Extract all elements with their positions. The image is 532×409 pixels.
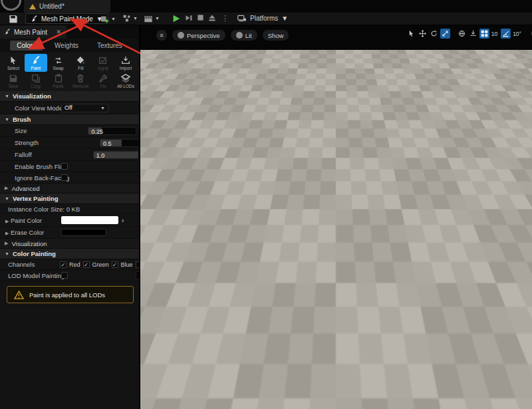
tool-copy-button[interactable]: Copy (25, 72, 47, 90)
section-visualization[interactable]: ▼ Visualization (0, 91, 139, 102)
window-tab-bar: Untitled* (0, 0, 532, 13)
select-tool-icon[interactable] (406, 29, 416, 39)
section-advanced[interactable]: ▶ Advanced (0, 184, 139, 194)
play-button[interactable] (172, 14, 181, 23)
level-tab-title: Untitled* (39, 3, 65, 10)
brush-falloff-input[interactable]: 1.0 (93, 151, 140, 159)
rotation-snap-icon[interactable] (501, 29, 511, 39)
section-visualization-sub[interactable]: ▶ Visualization (0, 239, 139, 249)
save-icon (9, 74, 18, 83)
eject-button[interactable] (208, 14, 216, 22)
tab-weights[interactable]: Weights (48, 41, 85, 51)
camera-icon (178, 32, 184, 39)
tool-fill-button[interactable]: Fill (69, 54, 92, 72)
lod-index-input[interactable]: 0 (136, 271, 140, 279)
surface-snap-icon[interactable] (468, 29, 478, 39)
warning-triangle-icon (14, 291, 24, 299)
tool-all-lods-button[interactable]: All LODs (114, 72, 137, 90)
mode-selector-button[interactable]: Mesh Paint Mode ▼ (25, 13, 108, 24)
enable-brush-flow-checkbox[interactable] (61, 163, 68, 170)
mesh-paint-tab[interactable]: Mesh Paint ✕ (0, 25, 66, 39)
expander-icon: ▼ (5, 196, 9, 201)
color-next-chevron-icon[interactable]: › (122, 217, 124, 224)
row-brush-falloff: Falloff 1.0 (0, 149, 139, 161)
expander-icon: ▼ (5, 117, 9, 122)
skip-frame-button[interactable] (185, 14, 193, 22)
main-toolbar: Mesh Paint Mode ▼ ▼ ▼ ▼ (0, 13, 532, 25)
channel-blue-checkbox[interactable]: ✓ (112, 261, 118, 268)
lod-model-painting-checkbox[interactable] (61, 272, 68, 279)
expander-icon[interactable]: ▶ (5, 219, 9, 223)
tool-remove-button[interactable]: Remove (69, 72, 92, 90)
row-channels: Channels ✓Red ✓Green ✓Blue (0, 259, 139, 270)
viewport-menu-button[interactable]: ≡ (156, 30, 167, 41)
scale-tool-icon[interactable] (440, 29, 450, 39)
tool-swap-button[interactable]: Swap (47, 54, 70, 72)
row-erase-color: ▶ Erase Color (0, 227, 139, 239)
tool-apply-button[interactable]: Apply (92, 54, 114, 72)
chevron-down-icon: ▼ (111, 17, 116, 21)
tool-paste-button[interactable]: Paste (47, 72, 70, 90)
section-color-painting[interactable]: ▼ Color Painting (0, 249, 139, 259)
lod-warning-banner: Paint is applied to all LODs (7, 286, 134, 303)
section-brush[interactable]: ▼ Brush (0, 114, 139, 125)
paintbrush-icon (4, 29, 11, 35)
chevron-down-icon: ▼ (100, 106, 105, 110)
warning-text: Paint is applied to all LODs (29, 291, 105, 299)
tool-fix-button[interactable]: Fix (92, 72, 114, 90)
swap-icon (54, 56, 63, 65)
erase-color-swatch[interactable] (61, 229, 106, 236)
level-viewport[interactable]: ≡ Perspective Lit Show (140, 25, 532, 409)
apply-icon (98, 56, 108, 65)
perspective-button[interactable]: Perspective (172, 30, 225, 41)
close-icon[interactable]: ✕ (56, 29, 61, 35)
level-tab[interactable]: Untitled* (24, 0, 110, 13)
paste-icon (54, 74, 63, 83)
unreal-logo[interactable] (1, 0, 21, 11)
expander-icon: ▶ (5, 241, 8, 246)
import-icon (121, 56, 130, 65)
world-space-icon[interactable] (457, 29, 467, 39)
brush-size-input[interactable]: 0.25 (88, 127, 136, 135)
tool-paint-button[interactable]: Paint (25, 54, 47, 72)
tool-import-button[interactable]: Import (114, 54, 137, 72)
layers-icon (121, 74, 130, 83)
expander-icon[interactable]: ▶ (5, 231, 9, 235)
channel-alpha-checkbox[interactable] (136, 261, 140, 268)
rotate-tool-icon[interactable] (429, 29, 439, 39)
stop-button[interactable] (197, 14, 204, 21)
tool-save-button[interactable]: Save (2, 72, 25, 90)
mode-selector-label: Mesh Paint Mode (41, 15, 93, 23)
color-view-mode-dropdown[interactable]: Off ▼ (61, 104, 108, 112)
clapperboard-icon (144, 14, 153, 23)
paint-color-swatch[interactable] (61, 216, 118, 224)
row-paint-color: ▶ Paint Color › (0, 214, 139, 227)
platforms-icon (237, 14, 247, 23)
tool-select-button[interactable]: Select (2, 54, 25, 72)
blueprints-button[interactable]: ▼ (122, 14, 138, 23)
brush-strength-input[interactable]: 0.5 (100, 139, 140, 147)
section-vertex-painting[interactable]: ▼ Vertex Painting (0, 194, 139, 204)
row-ignore-back-facing: Ignore Back-Facing (0, 172, 139, 184)
play-options-menu[interactable]: ⋮ (221, 14, 229, 23)
grid-snap-value[interactable]: 10 (491, 31, 499, 37)
add-cube-icon (100, 14, 109, 23)
ignore-back-facing-checkbox[interactable] (61, 174, 68, 181)
show-button[interactable]: Show (263, 30, 289, 41)
lit-button[interactable]: Lit (231, 30, 257, 41)
platforms-button[interactable]: Platforms ▼ (237, 14, 288, 23)
save-icon[interactable] (8, 14, 19, 24)
tab-textures[interactable]: Textures (90, 41, 129, 51)
move-tool-icon[interactable] (418, 29, 428, 39)
channel-green-checkbox[interactable]: ✓ (83, 261, 90, 268)
bulb-icon (236, 32, 243, 39)
paintbrush-icon (31, 15, 38, 23)
tab-colors[interactable]: Colors (10, 41, 43, 51)
add-actor-button[interactable]: ▼ (100, 14, 116, 23)
unreal-editor-window: Untitled* Mesh Paint Mode ▼ ▼ ▼ (0, 0, 532, 409)
rotation-snap-value[interactable]: 10° (512, 31, 523, 37)
channel-red-checkbox[interactable]: ✓ (60, 261, 66, 268)
cursor-icon (9, 56, 18, 65)
cinematics-button[interactable]: ▼ (144, 14, 160, 23)
grid-snap-icon[interactable] (479, 29, 489, 39)
